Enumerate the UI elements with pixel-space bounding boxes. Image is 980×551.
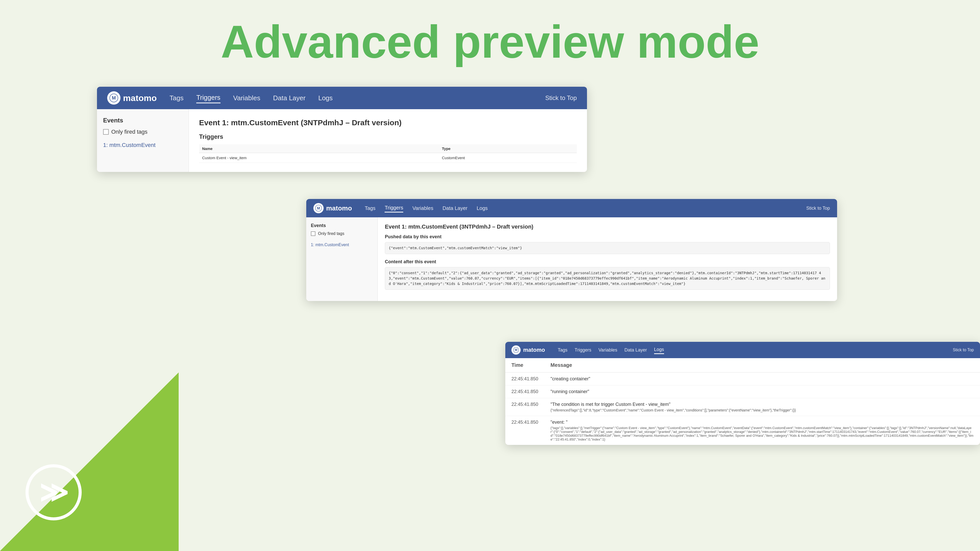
panel1-tab-triggers[interactable]: Triggers — [196, 93, 220, 103]
panel3-logo: M matomo — [511, 345, 545, 354]
panel1-event-item[interactable]: 1: mtm.CustomEvent — [103, 140, 183, 151]
panel1-tab-datalayer[interactable]: Data Layer — [273, 93, 305, 103]
panel3-msg-4-line1: "event: " — [550, 420, 974, 425]
panel3-tab-logs[interactable]: Logs — [654, 346, 664, 354]
panel3-msg-3-line1: "The condition is met for trigger Custom… — [550, 402, 974, 407]
panel2-content-after-value: {"0":"consent","1":"default","2":{"ad_us… — [385, 267, 830, 290]
bottom-logo: ≫ — [25, 464, 82, 520]
panel3-logs-table: Time Message 22:45:41.850 "creating cont… — [505, 358, 980, 445]
svg-text:M: M — [515, 348, 517, 352]
panel3-time-3: 22:45:41.850 — [505, 398, 544, 416]
panel2-logo-icon: M — [313, 203, 324, 213]
panel3-msg-4: "event: " {"tags":[],"variables":[],"met… — [544, 416, 980, 445]
panel2-content-after-label: Content after this event — [385, 259, 830, 265]
panel3-msg-2: "running container" — [544, 386, 980, 398]
panel1-logo: M matomo — [107, 91, 157, 105]
panel1-table: Name Type Custom Event - view_item Custo… — [199, 144, 577, 163]
panel1-only-fired-label: Only fired tags — [111, 129, 148, 135]
panel1-events-label: Events — [103, 117, 183, 124]
bottom-logo-symbol: ≫ — [39, 476, 68, 509]
panel-3: M matomo Tags Triggers Variables Data La… — [505, 342, 980, 445]
panel2-tab-datalayer[interactable]: Data Layer — [442, 204, 468, 212]
panel3-logo-icon: M — [511, 345, 520, 354]
panel1-event-title: Event 1: mtm.CustomEvent (3NTPdmhJ – Dra… — [199, 118, 577, 127]
panel2-event-title: Event 1: mtm.CustomEvent (3NTPdmhJ – Dra… — [385, 224, 830, 230]
panel1-tab-logs[interactable]: Logs — [318, 93, 332, 103]
panel2-tab-logs[interactable]: Logs — [477, 204, 488, 212]
panel1-row-type: CustomEvent — [439, 153, 577, 163]
svg-text:M: M — [317, 206, 320, 210]
panel2-events-label: Events — [311, 223, 373, 228]
panel3-msg-3-line2: {"referencedTags":[],"id":8,"type":"Cust… — [550, 408, 974, 412]
panel2-sidebar: Events Only fired tags 1: mtm.CustomEven… — [306, 218, 378, 301]
panel3-navbar: M matomo Tags Triggers Variables Data La… — [505, 342, 980, 358]
panel3-tab-tags[interactable]: Tags — [558, 346, 568, 354]
table-row: 22:45:41.850 "event: " {"tags":[],"varia… — [505, 416, 980, 445]
panel3-time-1: 22:45:41.850 — [505, 372, 544, 386]
panel3-msg-1: "creating container" — [544, 372, 980, 386]
panel2-tab-variables[interactable]: Variables — [412, 204, 433, 212]
table-row: 22:45:41.850 "creating container" — [505, 372, 980, 386]
panel3-logs-body: Time Message 22:45:41.850 "creating cont… — [505, 358, 980, 445]
panel1-tab-tags[interactable]: Tags — [169, 93, 183, 103]
panel1-tab-variables[interactable]: Variables — [233, 93, 260, 103]
panel2-only-fired-checkbox[interactable] — [311, 231, 315, 236]
panel1-logo-icon: M — [107, 91, 121, 105]
panel2-body: Events Only fired tags 1: mtm.CustomEven… — [306, 218, 837, 301]
panel-2: M matomo Tags Triggers Variables Data La… — [306, 199, 837, 301]
panel1-stick-to-top[interactable]: Stick to Top — [545, 94, 577, 102]
table-row: Custom Event - view_item CustomEvent — [199, 153, 577, 163]
panel3-col-time: Time — [505, 358, 544, 372]
panel3-msg-3: "The condition is met for trigger Custom… — [544, 398, 980, 416]
panel3-msg-4-json: {"tags":[],"variables":[],"metTrigger":{… — [550, 426, 974, 441]
panel2-pushed-data-value: {"event":"mtm.CustomEvent","mtm.customEv… — [385, 242, 830, 254]
panel3-tab-datalayer[interactable]: Data Layer — [625, 346, 647, 354]
table-row: 22:45:41.850 "The condition is met for t… — [505, 398, 980, 416]
table-row: 22:45:41.850 "running container" — [505, 386, 980, 398]
bottom-logo-circle: ≫ — [25, 464, 82, 520]
panel1-col-name: Name — [199, 144, 439, 153]
panel2-only-fired-container: Only fired tags — [311, 231, 373, 236]
panel1-logo-text: matomo — [123, 93, 157, 103]
panel2-event-item[interactable]: 1: mtm.CustomEvent — [311, 241, 373, 249]
panel1-sidebar: Events Only fired tags 1: mtm.CustomEven… — [97, 109, 189, 172]
panel-1: M matomo Tags Triggers Variables Data La… — [97, 87, 587, 172]
svg-text:M: M — [112, 95, 116, 100]
panel1-col-type: Type — [439, 144, 577, 153]
panel2-pushed-data-label: Pushed data by this event — [385, 234, 830, 240]
panel1-navbar: M matomo Tags Triggers Variables Data La… — [97, 87, 587, 109]
panel1-only-fired-checkbox[interactable] — [103, 129, 109, 135]
panel2-only-fired-label: Only fired tags — [318, 231, 344, 236]
panel3-time-2: 22:45:41.850 — [505, 386, 544, 398]
panel2-logo-text: matomo — [326, 204, 352, 212]
panel3-tab-triggers[interactable]: Triggers — [575, 346, 591, 354]
panel2-tab-tags[interactable]: Tags — [365, 204, 375, 212]
background-triangle — [0, 372, 179, 551]
panel2-tab-triggers[interactable]: Triggers — [385, 204, 403, 213]
panel2-main: Event 1: mtm.CustomEvent (3NTPdmhJ – Dra… — [378, 218, 837, 301]
panel1-body: Events Only fired tags 1: mtm.CustomEven… — [97, 109, 587, 172]
panel2-stick-to-top[interactable]: Stick to Top — [806, 206, 830, 211]
panel1-only-fired-container: Only fired tags — [103, 129, 183, 135]
panel3-time-4: 22:45:41.850 — [505, 416, 544, 445]
panel1-section-label: Triggers — [199, 133, 577, 140]
panel1-row-name: Custom Event - view_item — [199, 153, 439, 163]
panel3-logo-text: matomo — [523, 347, 545, 353]
panel1-main: Event 1: mtm.CustomEvent (3NTPdmhJ – Dra… — [189, 109, 587, 172]
panel2-logo: M matomo — [313, 203, 352, 213]
page-title: Advanced preview mode — [0, 0, 980, 68]
panel2-navbar: M matomo Tags Triggers Variables Data La… — [306, 199, 837, 218]
panel3-tab-variables[interactable]: Variables — [598, 346, 617, 354]
panel3-stick-to-top[interactable]: Stick to Top — [953, 348, 974, 352]
panel3-col-message: Message — [544, 358, 980, 372]
